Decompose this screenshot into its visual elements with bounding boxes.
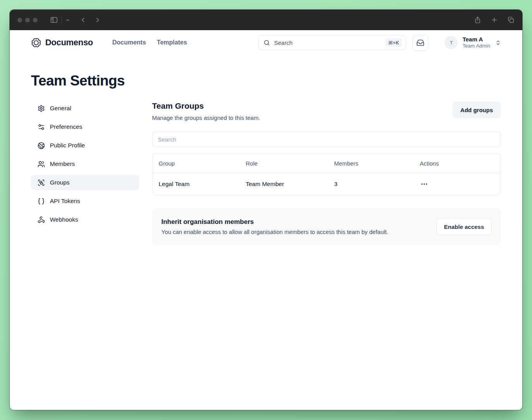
main-nav: Documents Templates [112, 39, 187, 46]
section-description: Manage the groups assigned to this team. [152, 114, 260, 121]
sidebar-item-webhooks[interactable]: Webhooks [31, 212, 139, 227]
sliders-icon [38, 123, 45, 131]
team-avatar: T [445, 36, 458, 49]
add-groups-button[interactable]: Add groups [452, 101, 501, 118]
brand-logo[interactable]: Documenso [31, 38, 93, 48]
search-shortcut-badge: ⌘+K [385, 38, 402, 47]
sidebar-item-api-tokens[interactable]: API Tokens [31, 193, 139, 209]
tab-overview-icon[interactable] [507, 16, 515, 24]
globe-icon [38, 142, 45, 149]
documenso-seal-icon [31, 38, 41, 48]
groups-table: Group Role Members Actions Legal Team Te… [152, 153, 501, 195]
nav-templates[interactable]: Templates [157, 39, 187, 46]
sidebar-item-preferences[interactable]: Preferences [31, 119, 139, 135]
titlebar-divider [62, 17, 62, 24]
sidebar-item-label: Preferences [50, 123, 82, 130]
column-header-actions: Actions [414, 160, 501, 167]
settings-sidebar: General Preferences [31, 101, 139, 245]
page-content: Documenso Documents Templates Search ⌘+K [10, 30, 522, 410]
window-titlebar [10, 10, 522, 30]
team-groups-section: Team Groups Manage the groups assigned t… [152, 101, 501, 245]
gear-icon [38, 105, 45, 112]
sidebar-item-groups[interactable]: Groups [31, 175, 139, 190]
nav-documents[interactable]: Documents [112, 39, 146, 46]
users-icon [38, 160, 45, 168]
inherit-card-description: You can enable access to allow all organ… [161, 229, 388, 235]
inbox-icon [416, 39, 424, 47]
sidebar-item-label: Groups [50, 179, 70, 186]
cell-members-count: 3 [328, 181, 414, 188]
cell-group-name: Legal Team [152, 181, 239, 188]
global-search[interactable]: Search ⌘+K [258, 35, 406, 50]
webhook-icon [38, 216, 45, 224]
new-tab-icon[interactable] [491, 16, 498, 24]
sidebar-toggle-icon[interactable] [50, 16, 58, 24]
sidebar-item-label: Public Profile [50, 142, 85, 149]
global-search-placeholder: Search [274, 39, 293, 46]
enable-access-button[interactable]: Enable access [436, 218, 492, 235]
inherit-card-title: Inherit organisation members [161, 218, 388, 226]
column-header-group: Group [152, 160, 239, 167]
sidebar-item-label: API Tokens [50, 198, 80, 205]
back-icon[interactable] [79, 16, 87, 24]
browser-window: Documenso Documents Templates Search ⌘+K [10, 10, 522, 410]
more-horizontal-icon [421, 183, 423, 185]
groups-table-header: Group Role Members Actions [152, 154, 501, 173]
sidebar-item-label: General [50, 105, 71, 112]
minimize-window-button[interactable] [25, 18, 30, 22]
table-row: Legal Team Team Member 3 [152, 173, 501, 195]
sidebar-item-public-profile[interactable]: Public Profile [31, 138, 139, 153]
team-switcher[interactable]: T Team A Team Admin [445, 36, 501, 49]
column-header-role: Role [239, 160, 328, 167]
group-icon [38, 179, 45, 186]
row-actions-button[interactable] [420, 181, 429, 187]
app-header: Documenso Documents Templates Search ⌘+K [31, 30, 501, 55]
traffic-lights [17, 18, 38, 22]
sidebar-item-label: Webhooks [50, 216, 78, 223]
sidebar-item-members[interactable]: Members [31, 156, 139, 172]
cell-role: Team Member [239, 181, 328, 188]
inbox-button[interactable] [412, 35, 428, 51]
sidebar-item-label: Members [50, 160, 75, 167]
close-window-button[interactable] [17, 18, 22, 22]
team-name: Team A [462, 36, 490, 43]
chevron-down-icon[interactable] [65, 18, 70, 22]
inherit-members-card: Inherit organisation members You can ena… [152, 208, 501, 245]
chevrons-up-down-icon [495, 40, 501, 46]
groups-search-input[interactable] [152, 131, 501, 147]
braces-icon [38, 198, 45, 205]
share-icon[interactable] [474, 16, 481, 24]
search-icon [263, 39, 270, 46]
brand-name: Documenso [45, 38, 93, 48]
page-title: Team Settings [31, 73, 501, 89]
team-role: Team Admin [462, 43, 490, 49]
zoom-window-button[interactable] [33, 18, 38, 22]
sidebar-item-general[interactable]: General [31, 101, 139, 116]
forward-icon[interactable] [94, 16, 101, 24]
column-header-members: Members [328, 160, 414, 167]
section-title: Team Groups [152, 101, 260, 111]
